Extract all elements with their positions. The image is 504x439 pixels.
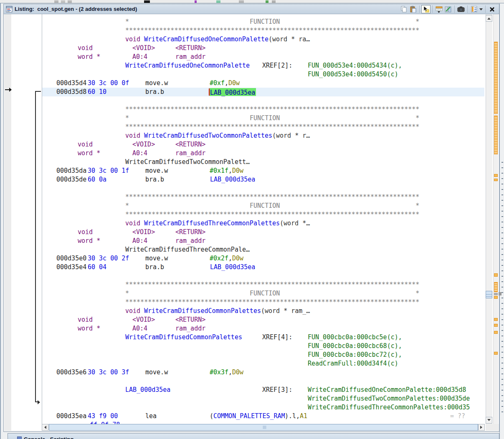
listing-title-bar[interactable]: Listing: cool_spot.gen - (2 addresses se… bbox=[4, 4, 499, 14]
listing-line[interactable]: void WriteCramDiffusedThreeCommonPalette… bbox=[42, 219, 484, 228]
scroll-right-button[interactable] bbox=[478, 424, 485, 431]
listing-line[interactable]: ****************************************… bbox=[42, 210, 484, 219]
cursor-location-button[interactable] bbox=[421, 5, 431, 13]
paste-button[interactable] bbox=[408, 5, 418, 13]
close-button[interactable] bbox=[487, 5, 496, 13]
overview-mark[interactable] bbox=[494, 42, 498, 114]
listing-line[interactable]: ReadCramFull:000d34f4(c) bbox=[42, 359, 484, 368]
listing-line[interactable]: void WriteCramDiffusedTwoCommonPalettes(… bbox=[42, 131, 484, 140]
listing-field: FUN_000d53e4:000d5450(c) bbox=[308, 70, 398, 79]
listing-line[interactable]: ****************************************… bbox=[42, 193, 484, 202]
overview-mark[interactable] bbox=[494, 273, 498, 277]
listing-line[interactable]: ****************************************… bbox=[42, 123, 484, 131]
listing-field: word * bbox=[78, 149, 100, 158]
listing-line[interactable]: 000d35e460 04bra.bLAB_000d35ea bbox=[42, 263, 484, 272]
vertical-scrollbar-thumb[interactable] bbox=[486, 291, 492, 298]
listing-field: 30 3c 00 0f bbox=[88, 79, 129, 88]
listing-line[interactable]: WriteCramDiffusedTwoCommonPalett… bbox=[42, 158, 484, 167]
listing-field: move.w bbox=[145, 254, 168, 263]
close-icon bbox=[489, 7, 495, 12]
listing-line[interactable]: ****************************************… bbox=[42, 105, 484, 114]
console-icon bbox=[17, 436, 22, 439]
toolbar-separator bbox=[454, 5, 455, 13]
listing-field: void bbox=[78, 228, 93, 237]
listing-field: A0:4 bbox=[132, 237, 147, 245]
right-arrow-icon bbox=[480, 426, 484, 429]
listing-line[interactable]: * FUNCTION * bbox=[42, 18, 484, 26]
copy-icon bbox=[400, 6, 407, 13]
listing-field: bra.b bbox=[145, 263, 164, 272]
listing-line[interactable]: void WriteCramDiffusedCommonPalettes(wor… bbox=[42, 307, 484, 315]
console-window[interactable]: Console - Scripting bbox=[8, 433, 499, 439]
listing-line[interactable]: 000d35e030 3c 00 2fmove.w#0x2f,D0w bbox=[42, 254, 484, 263]
overview-mark[interactable] bbox=[494, 296, 498, 299]
listing-line[interactable]: void<VOID><RETURN> bbox=[42, 140, 484, 149]
listing-line[interactable]: ****************************************… bbox=[42, 298, 484, 307]
diff-view-button[interactable] bbox=[443, 5, 453, 13]
copy-button[interactable] bbox=[399, 5, 408, 13]
scroll-down-button[interactable] bbox=[486, 417, 492, 424]
listing-line[interactable]: WriteCramDiffusedTwoCommonPalettes:000d3… bbox=[42, 394, 484, 403]
listing-line[interactable]: void<VOID><RETURN> bbox=[42, 315, 484, 324]
listing-line[interactable]: * FUNCTION * bbox=[42, 289, 484, 298]
listing-line[interactable]: void<VOID><RETURN> bbox=[42, 228, 484, 237]
listing-line[interactable]: void<VOID><RETURN> bbox=[42, 44, 484, 53]
overview-mark[interactable] bbox=[494, 324, 498, 327]
listing-line[interactable]: word *A0:4ram_addr bbox=[42, 324, 484, 333]
listing-line[interactable]: 000d35d860 10bra.bLAB_000d35ea bbox=[42, 88, 484, 96]
listing-line[interactable]: WriteCramDiffusedCommonPalettesXREF[4]:F… bbox=[42, 333, 484, 342]
listing-line[interactable]: WriteCramDiffusedOneCommonPaletteXREF[2]… bbox=[42, 61, 484, 70]
listing-line[interactable]: * FUNCTION * bbox=[42, 114, 484, 123]
overview-mark[interactable] bbox=[494, 282, 498, 292]
listing-field: * FUNCTION * bbox=[125, 18, 419, 26]
listing-field: #0xf bbox=[210, 79, 225, 88]
listing-line[interactable]: ff 0f 78 bbox=[42, 421, 484, 424]
listing-field: ****************************************… bbox=[125, 123, 419, 131]
listing-line[interactable]: word *A0:4ram_addr bbox=[42, 149, 484, 158]
listing-line[interactable]: LAB_000d35eaXREF[3]:WriteCramDiffusedOne… bbox=[42, 386, 484, 394]
right-margin-ticks bbox=[501, 162, 503, 414]
listing-field: 30 3c 00 1f bbox=[88, 167, 129, 175]
listing-field: A0:4 bbox=[132, 149, 147, 158]
vertical-scrollbar[interactable] bbox=[486, 14, 492, 424]
listing-line[interactable]: ****************************************… bbox=[42, 26, 484, 35]
listing-line[interactable]: 000d35e630 3c 00 3fmove.w#0x3f,D0w bbox=[42, 368, 484, 377]
listing-line[interactable]: 000d35ea43 f9 00lea(COMMON_PALETTES_RAM)… bbox=[42, 412, 484, 421]
listing-field: WriteCramDiffusedThreeCommonPalettes bbox=[144, 219, 280, 228]
listing-field: bra.b bbox=[145, 88, 164, 96]
listing-line[interactable]: WriteCramDiffusedThreeCommonPalettes:000… bbox=[42, 403, 484, 412]
listing-line[interactable]: void WriteCramDiffusedOneCommonPalette(w… bbox=[42, 35, 484, 44]
listing-field: 000d35e4 bbox=[56, 263, 86, 272]
overview-mark[interactable] bbox=[494, 179, 498, 181]
dropdown-caret-icon bbox=[479, 8, 483, 10]
listing-line[interactable]: ****************************************… bbox=[42, 280, 484, 289]
listing-line[interactable]: word *A0:4ram_addr bbox=[42, 237, 484, 245]
overview-mark[interactable] bbox=[494, 352, 498, 355]
listing-line[interactable]: FUN_000d53e4:000d5450(c) bbox=[42, 70, 484, 79]
overview-mark[interactable] bbox=[494, 331, 498, 334]
overview-marker-bar[interactable] bbox=[493, 14, 498, 431]
listing-fields-button[interactable] bbox=[469, 5, 479, 13]
listing-line[interactable]: WriteCramDiffusedThreeCommonPale… bbox=[42, 245, 484, 254]
listing-line[interactable]: FUN_000cbc0a:000cbc68(c), bbox=[42, 342, 484, 351]
toggle-header-button[interactable] bbox=[434, 5, 443, 13]
listing-line[interactable]: word *A0:4ram_addr bbox=[42, 53, 484, 61]
scroll-left-button[interactable] bbox=[42, 424, 48, 431]
overview-mark[interactable] bbox=[494, 318, 498, 321]
listing-field: ram_addr bbox=[175, 53, 205, 61]
listing-field: FUN_000cbc0a:000cbc68(c), bbox=[308, 342, 402, 351]
snapshot-button[interactable] bbox=[456, 5, 466, 13]
listing-line[interactable]: 000d35d430 3c 00 0fmove.w#0xf,D0w bbox=[42, 79, 484, 88]
text-cursor bbox=[209, 88, 210, 96]
overview-mark[interactable] bbox=[494, 116, 498, 154]
scroll-up-button[interactable] bbox=[486, 15, 492, 22]
listing-fields-dropdown[interactable] bbox=[479, 5, 484, 13]
listing-line[interactable]: 000d35da30 3c 00 1fmove.w#0x1f,D0w bbox=[42, 167, 484, 175]
listing-text-area[interactable]: * FUNCTION *****************************… bbox=[42, 14, 484, 424]
listing-line[interactable]: * FUNCTION * bbox=[42, 202, 484, 210]
overview-mark[interactable] bbox=[494, 293, 498, 295]
overview-mark[interactable] bbox=[494, 174, 498, 177]
listing-field: = ?? bbox=[450, 412, 465, 421]
listing-line[interactable]: 000d35de60 0abra.bLAB_000d35ea bbox=[42, 175, 484, 184]
listing-line[interactable]: FUN_000cbc0a:000cbc72(c), bbox=[42, 351, 484, 359]
